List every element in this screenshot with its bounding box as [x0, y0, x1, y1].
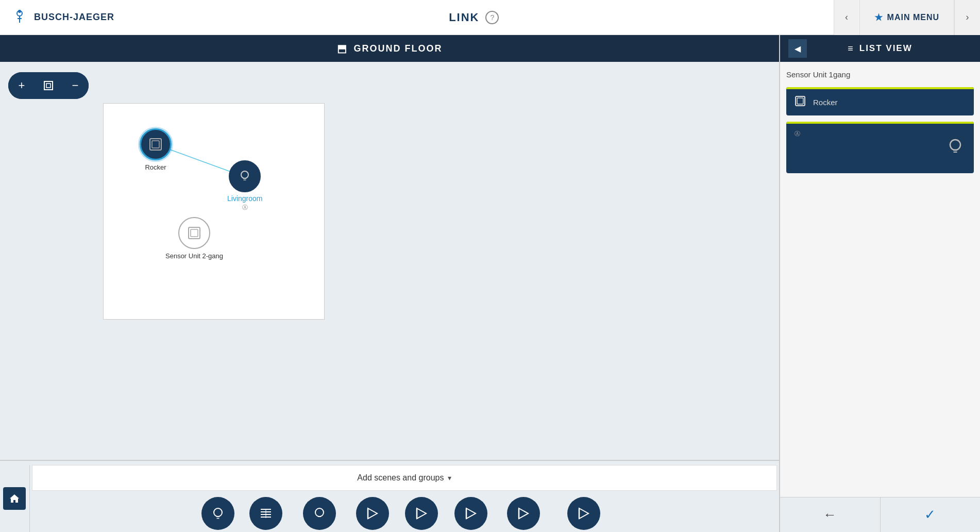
right-back-button[interactable]: ←: [780, 497, 881, 532]
bottom-toolbar: Add scenes and groups ▾ Light groupBlind…: [0, 460, 779, 532]
main-menu-button[interactable]: ★ MAIN MENU: [859, 0, 954, 35]
bottom-item-dimmer-group[interactable]: Dimmer Group: [297, 497, 341, 532]
right-panel-bottom: ← ✓: [780, 497, 980, 532]
dimmer-group-icon: [303, 497, 336, 530]
nav-next-button[interactable]: ›: [954, 0, 980, 35]
bottom-item-all-blinds-closed[interactable]: All blinds closed: [560, 497, 607, 532]
bulb-icon: [236, 168, 253, 185]
top-center: LINK ?: [449, 11, 499, 24]
bottom-items-row: Light groupBlind groupDimmer GroupNew sc…: [30, 491, 779, 532]
rocker-card-icon: [795, 95, 806, 109]
new-scene-icon: [356, 497, 389, 530]
floor-canvas: Rocker Livingroom Ⓐ: [103, 103, 325, 320]
zoom-out-button[interactable]: −: [62, 72, 89, 99]
bottom-item-all-off[interactable]: All off: [454, 497, 487, 532]
svg-marker-14: [10, 494, 19, 503]
floor-header: ⬒ GROUND FLOOR: [0, 35, 779, 62]
right-panel-title-label: LIST VIEW: [859, 43, 913, 54]
svg-marker-33: [579, 508, 588, 519]
all-off-icon: [454, 497, 487, 530]
brand-logo-icon: [10, 8, 29, 27]
list-view-icon: ≡: [848, 43, 854, 54]
help-icon[interactable]: ?: [485, 11, 499, 24]
zoom-in-button[interactable]: +: [8, 72, 35, 99]
brand-name: BUSCH-JAEGER: [34, 12, 114, 23]
right-panel-title: ≡ LIST VIEW: [848, 43, 913, 54]
top-bar: BUSCH-JAEGER LINK ? ‹ ★ MAIN MENU ›: [0, 0, 980, 35]
svg-point-23: [315, 508, 324, 517]
bottom-item-blind-group[interactable]: Blind group: [249, 497, 283, 532]
dimmer-card-a-label: Ⓐ: [795, 128, 800, 138]
bottom-icons-row: Add scenes and groups ▾ Light groupBlind…: [30, 465, 779, 532]
left-panel: ⬒ GROUND FLOOR + −: [0, 35, 779, 532]
rocker-icon: [148, 137, 163, 152]
right-confirm-button[interactable]: ✓: [881, 497, 981, 532]
floor-icon: ⬒: [337, 42, 348, 55]
light-group-icon: [201, 497, 234, 530]
dimmer-card-bulb-icon: [945, 136, 966, 161]
main-menu-label: MAIN MENU: [887, 13, 939, 22]
chevron-down-icon: ▾: [448, 474, 451, 482]
dimmer-card-inner: Ⓐ: [786, 124, 974, 173]
brand: BUSCH-JAEGER: [0, 8, 114, 27]
svg-marker-29: [466, 508, 476, 519]
add-scenes-bar[interactable]: Add scenes and groups ▾: [32, 465, 777, 491]
canvas-area: + −: [0, 62, 779, 460]
sensor-node-label: Sensor Unit 2-gang: [165, 252, 223, 260]
bottom-item-panic-scene[interactable]: Panic scene: [403, 497, 440, 532]
rocker-card-label: Rocker: [813, 98, 838, 107]
svg-point-9: [241, 171, 248, 178]
dimmer-list-card[interactable]: Ⓐ: [786, 122, 974, 173]
right-panel: ◀ ≡ LIST VIEW Sensor Unit 1gang: [779, 35, 980, 532]
bottom-item-light-group[interactable]: Light group: [201, 497, 234, 532]
app-title: LINK: [449, 11, 479, 24]
top-right-nav: ‹ ★ MAIN MENU ›: [834, 0, 980, 35]
nav-prev-button[interactable]: ‹: [834, 0, 859, 35]
rocker-node-circle: [140, 128, 172, 160]
svg-marker-27: [417, 508, 426, 519]
svg-rect-4: [44, 81, 53, 90]
svg-rect-5: [46, 84, 50, 88]
svg-point-37: [950, 140, 960, 150]
right-panel-header: ◀ ≡ LIST VIEW: [780, 35, 980, 62]
fit-icon: [43, 80, 54, 91]
all-blinds-closed-icon: [567, 497, 600, 530]
svg-rect-13: [191, 229, 198, 237]
node-a-label: Ⓐ: [242, 204, 248, 211]
rocker-list-card[interactable]: Rocker: [786, 87, 974, 115]
canvas-svg: [104, 104, 325, 320]
main-layout: ⬒ GROUND FLOOR + −: [0, 35, 980, 532]
right-panel-content: Sensor Unit 1gang Rocker: [780, 62, 980, 497]
sensor-node[interactable]: Sensor Unit 2-gang: [165, 217, 223, 260]
rocker-node-label: Rocker: [145, 163, 166, 171]
svg-point-3: [18, 10, 21, 13]
all-blinds-open-icon: [507, 497, 540, 530]
dimmer-bulb-svg: [945, 136, 966, 157]
bottom-item-new-scene[interactable]: New scene: [356, 497, 388, 532]
livingroom-node-circle: [229, 160, 261, 192]
star-icon: ★: [874, 12, 883, 23]
rocker-card-inner: Rocker: [786, 89, 974, 115]
add-scenes-label: Add scenes and groups: [357, 473, 444, 483]
sensor-icon: [187, 225, 202, 241]
livingroom-label: Livingroom: [227, 194, 262, 203]
home-icon: [9, 493, 20, 504]
rocker-node[interactable]: Rocker: [140, 128, 172, 171]
rocker-card-svg-icon: [795, 95, 806, 107]
check-icon: ✓: [924, 507, 936, 523]
sensor-unit-label: Sensor Unit 1gang: [786, 68, 974, 81]
svg-marker-31: [519, 508, 528, 519]
bottom-item-all-blinds-open[interactable]: All blinds open: [502, 497, 546, 532]
zoom-fit-button[interactable]: [35, 72, 62, 99]
panic-scene-icon: [405, 497, 438, 530]
home-button[interactable]: [3, 487, 26, 510]
right-collapse-button[interactable]: ◀: [788, 39, 807, 58]
livingroom-node[interactable]: Livingroom Ⓐ: [227, 160, 262, 211]
back-arrow-icon: ←: [823, 507, 837, 523]
svg-rect-8: [152, 141, 159, 148]
svg-point-15: [214, 508, 222, 517]
svg-marker-25: [368, 508, 377, 519]
blind-group-icon: [249, 497, 282, 530]
zoom-controls: + −: [8, 72, 89, 99]
floor-title: GROUND FLOOR: [354, 43, 443, 54]
